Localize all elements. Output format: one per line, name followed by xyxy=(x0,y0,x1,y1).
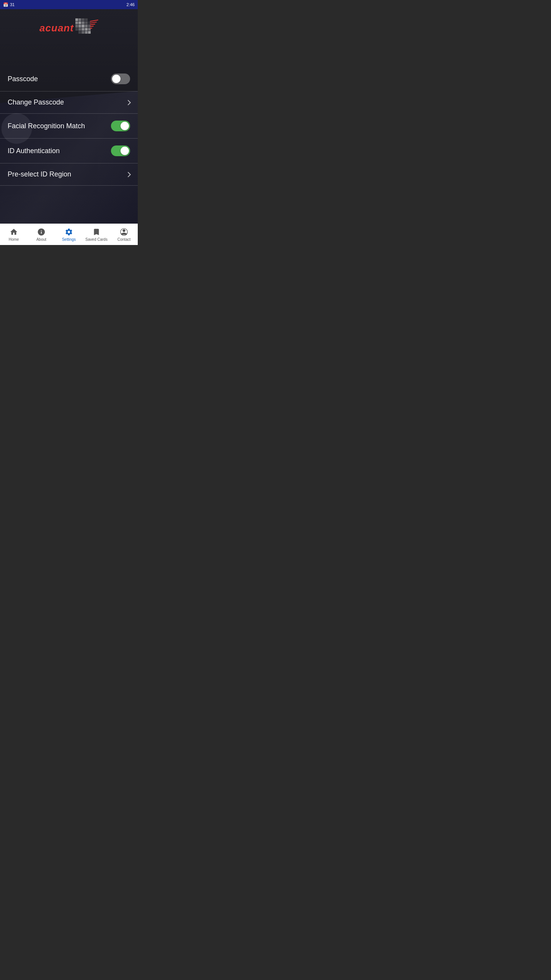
logo-grid xyxy=(75,18,91,34)
logo-container: acuant xyxy=(39,18,98,38)
gear-icon xyxy=(65,228,73,236)
about-nav-icon xyxy=(37,227,46,237)
facial-recognition-toggle[interactable] xyxy=(111,121,130,131)
about-nav-label: About xyxy=(36,237,46,242)
pre-select-id-region-chevron xyxy=(126,172,131,177)
pre-select-id-region-label: Pre-select ID Region xyxy=(8,170,71,178)
logo-icon xyxy=(75,18,98,38)
contact-nav-icon xyxy=(119,227,129,237)
status-time: 2:46 xyxy=(127,2,135,7)
settings-item-id-authentication[interactable]: ID Authentication xyxy=(0,139,138,163)
passcode-toggle-thumb xyxy=(112,75,121,83)
home-nav-label: Home xyxy=(9,237,19,242)
nav-item-saved-cards[interactable]: Saved Cards xyxy=(83,224,110,245)
settings-nav-icon xyxy=(64,227,73,237)
settings-item-pre-select-id-region[interactable]: Pre-select ID Region xyxy=(0,163,138,186)
nav-item-home[interactable]: Home xyxy=(0,224,28,245)
status-bar-right: 2:46 xyxy=(127,2,135,7)
calendar-icon: 📅 xyxy=(3,2,8,7)
settings-item-change-passcode[interactable]: Change Passcode xyxy=(0,91,138,114)
nav-item-contact[interactable]: Contact xyxy=(110,224,138,245)
settings-item-passcode[interactable]: Passcode xyxy=(0,67,138,91)
saved-cards-nav-icon xyxy=(92,227,101,237)
logo-text: acuant xyxy=(39,22,74,34)
logo-area: acuant xyxy=(0,9,138,44)
nav-item-about[interactable]: About xyxy=(28,224,55,245)
status-date: 31 xyxy=(10,2,15,7)
bookmark-icon xyxy=(92,228,101,236)
person-icon xyxy=(120,228,128,236)
passcode-label: Passcode xyxy=(8,75,38,83)
status-bar: 📅 31 2:46 xyxy=(0,0,138,9)
status-bar-left: 📅 31 xyxy=(3,2,15,7)
nav-item-settings[interactable]: Settings xyxy=(55,224,83,245)
info-icon xyxy=(37,228,46,236)
bottom-nav: Home About Settings Saved Cards xyxy=(0,224,138,245)
change-passcode-chevron xyxy=(126,100,131,105)
facial-recognition-label: Facial Recognition Match xyxy=(8,122,85,130)
change-passcode-label: Change Passcode xyxy=(8,98,64,106)
settings-item-facial-recognition[interactable]: Facial Recognition Match xyxy=(0,114,138,139)
settings-content: Passcode Change Passcode Facial Recognit… xyxy=(0,67,138,186)
id-authentication-toggle-thumb xyxy=(121,147,129,155)
passcode-toggle[interactable] xyxy=(111,74,130,84)
home-icon xyxy=(10,228,18,236)
saved-cards-nav-label: Saved Cards xyxy=(85,237,108,242)
id-authentication-label: ID Authentication xyxy=(8,147,60,155)
settings-nav-label: Settings xyxy=(62,237,76,242)
contact-nav-label: Contact xyxy=(117,237,130,242)
home-nav-icon xyxy=(9,227,18,237)
facial-recognition-toggle-thumb xyxy=(121,122,129,130)
id-authentication-toggle[interactable] xyxy=(111,145,130,156)
logo-lines xyxy=(90,20,98,29)
